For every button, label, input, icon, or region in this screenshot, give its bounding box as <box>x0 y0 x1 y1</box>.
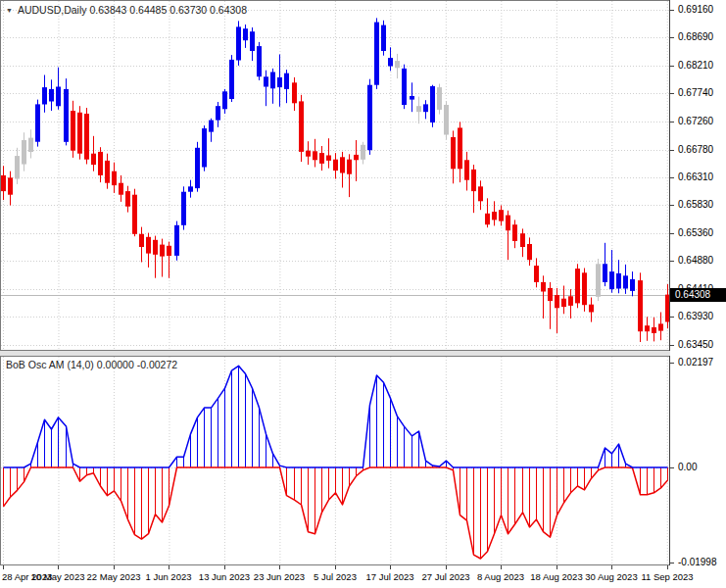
date-tick <box>3 565 4 569</box>
date-axis-label: 27 Jul 2023 <box>421 571 469 582</box>
price-axis-label: 0.67740 <box>678 87 713 99</box>
price-axis-label: 0.00 <box>678 462 697 473</box>
price-axis-label: 0.66780 <box>678 144 713 156</box>
date-tick <box>446 565 447 569</box>
axis-tick <box>670 363 674 364</box>
date-tick <box>611 565 612 569</box>
date-axis-label: 22 May 2023 <box>87 571 141 582</box>
price-axis-label: 0.63450 <box>678 339 713 351</box>
date-tick <box>557 565 557 569</box>
date-axis-label: 18 Aug 2023 <box>530 571 582 582</box>
price-axis-label: 0.68690 <box>678 31 713 43</box>
chart-window: ▼AUDUSD,Daily 0.63843 0.64485 0.63730 0.… <box>0 0 726 588</box>
axis-tick <box>670 122 674 122</box>
axis-tick <box>670 467 674 468</box>
symbol-ohlc-label: ▼AUDUSD,Daily 0.63843 0.64485 0.63730 0.… <box>6 4 247 16</box>
date-tick <box>390 565 391 569</box>
price-axis-label: 0.64880 <box>678 255 713 267</box>
price-axis-label: 0.68210 <box>678 60 713 72</box>
date-tick <box>335 565 336 569</box>
axis-tick <box>670 345 674 346</box>
chart-marker-icon: ▼ <box>6 7 13 14</box>
price-axis-label: 0.02197 <box>678 357 713 368</box>
price-chart-canvas[interactable] <box>0 0 670 351</box>
date-tick <box>224 565 225 569</box>
axis-tick <box>670 10 674 11</box>
price-axis-label: 0.65830 <box>678 199 713 211</box>
axis-tick <box>670 93 674 94</box>
price-axis-label: 0.66310 <box>678 172 713 183</box>
date-axis-label: 10 May 2023 <box>31 571 85 582</box>
ohlc-values: 0.63843 0.64485 0.63730 0.64308 <box>89 4 247 16</box>
price-axis-label: 0.67260 <box>678 116 713 127</box>
date-axis-label: 30 Aug 2023 <box>585 571 637 582</box>
axis-tick <box>670 37 674 38</box>
date-axis-label: 1 Jun 2023 <box>145 571 191 582</box>
date-axis-label: 13 Jun 2023 <box>199 571 250 582</box>
price-axis-label: 0.63930 <box>678 311 713 322</box>
axis-tick <box>670 233 674 234</box>
oscillator-canvas[interactable] <box>0 356 670 565</box>
axis-tick <box>670 66 674 67</box>
price-axis[interactable]: 0.691600.686900.682100.677400.672600.667… <box>670 0 726 565</box>
date-axis-label: 17 Jul 2023 <box>365 571 413 582</box>
indicator-label: BoB Osc AM (14,0) 0.00000 -0.00272 <box>6 359 177 370</box>
date-axis[interactable]: 28 Apr 202310 May 202322 May 20231 Jun 2… <box>0 565 726 588</box>
axis-tick <box>670 317 674 318</box>
axis-tick <box>670 563 674 564</box>
date-axis-label: 11 Sep 2023 <box>641 571 693 582</box>
price-axis-label: 0.69160 <box>678 4 713 16</box>
date-tick <box>169 565 169 569</box>
date-axis-label: 23 Jun 2023 <box>254 571 305 582</box>
axis-tick <box>670 150 674 151</box>
date-axis-label: 5 Jul 2023 <box>314 571 357 582</box>
price-axis-label: -0.01998 <box>678 557 716 568</box>
date-tick <box>501 565 502 569</box>
axis-tick <box>670 261 674 262</box>
date-tick <box>667 565 668 569</box>
date-axis-label: 8 Aug 2023 <box>477 571 524 582</box>
price-axis-label: 0.65360 <box>678 227 713 239</box>
symbol-name: AUDUSD,Daily <box>18 4 87 16</box>
axis-tick <box>670 205 674 206</box>
date-tick <box>58 565 59 569</box>
indicator-values: 0.00000 -0.00272 <box>97 359 177 370</box>
date-tick <box>114 565 115 569</box>
date-tick <box>279 565 280 569</box>
axis-tick <box>670 177 674 178</box>
current-price-box: 0.64308 <box>670 288 726 302</box>
indicator-name: BoB Osc AM (14,0) <box>6 359 94 370</box>
